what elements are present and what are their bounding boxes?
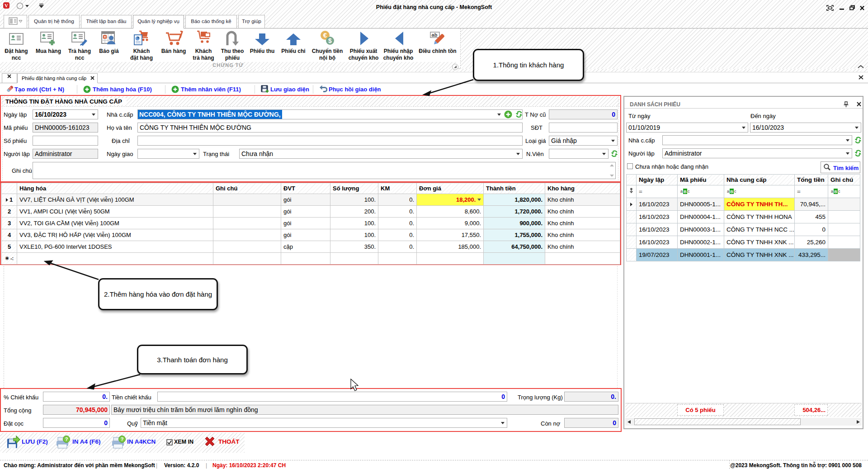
svg-text:B: B: [834, 189, 837, 194]
svg-text:a: a: [727, 189, 729, 194]
svg-text:a: a: [680, 189, 683, 194]
svg-text:?: ?: [65, 436, 68, 442]
svg-text:c: c: [734, 189, 736, 194]
svg-text:V: V: [5, 3, 8, 8]
svg-text:$: $: [328, 37, 332, 44]
svg-text:c: c: [838, 189, 840, 194]
svg-text:ab: ab: [432, 32, 438, 38]
svg-text:a: a: [831, 189, 833, 194]
svg-text:?: ?: [121, 436, 124, 442]
svg-text:B: B: [684, 189, 687, 194]
svg-text:€: €: [323, 31, 327, 39]
svg-text:c: c: [688, 189, 690, 194]
svg-text:B: B: [730, 189, 733, 194]
